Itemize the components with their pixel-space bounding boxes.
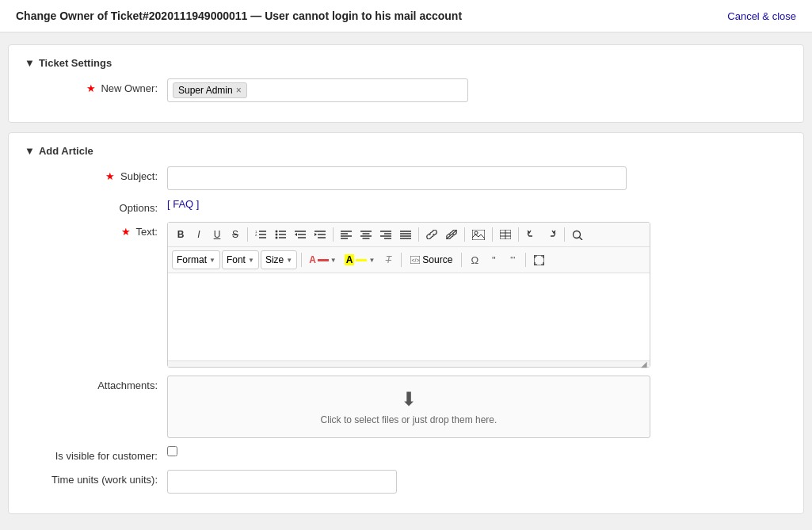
size-dropdown[interactable]: Size ▼: [261, 250, 297, 269]
editor-wrapper: B I U S 1.2.: [167, 222, 650, 368]
strikethrough-button[interactable]: S: [227, 226, 244, 243]
svg-marker-18: [315, 233, 317, 236]
cancel-close-button[interactable]: Cancel & close: [727, 10, 796, 22]
svg-text:2.: 2.: [255, 233, 257, 237]
attachments-row: Attachments: ⬇ Click to select files or …: [25, 376, 787, 438]
indent-decrease-button[interactable]: [291, 226, 310, 243]
toolbar-row2: Format ▼ Font ▼ Size ▼ A: [168, 247, 650, 273]
sep5: [492, 227, 493, 242]
justify-button[interactable]: [396, 226, 415, 243]
link-button[interactable]: [422, 226, 441, 243]
visible-control: [167, 446, 787, 459]
subject-label: ★ Subject:: [25, 166, 167, 182]
required-star: ★: [86, 82, 96, 94]
options-row: Options: [ FAQ ]: [25, 198, 787, 214]
options-label: Options:: [25, 198, 167, 214]
source-button[interactable]: </> Source: [406, 250, 457, 269]
special-char-button[interactable]: Ω: [466, 251, 483, 269]
undo-button[interactable]: [522, 226, 541, 243]
unordered-list-button[interactable]: [271, 226, 290, 243]
indent-increase-button[interactable]: [311, 226, 330, 243]
sep8: [301, 253, 302, 267]
upload-text: Click to select files or just drop them …: [180, 414, 638, 425]
attachments-dropzone[interactable]: ⬇ Click to select files or just drop the…: [167, 376, 650, 438]
table-button[interactable]: [496, 226, 515, 243]
subject-input[interactable]: [167, 166, 627, 190]
svg-point-42: [574, 231, 581, 238]
owner-tag: Super Admin ×: [173, 82, 247, 98]
unlink-button[interactable]: [442, 226, 461, 243]
underline-button[interactable]: U: [208, 226, 226, 243]
ordered-list-button[interactable]: 1.2.: [251, 226, 270, 243]
resize-handle-icon: ◢: [641, 360, 647, 368]
font-dropdown[interactable]: Font ▼: [222, 250, 259, 269]
format-dropdown[interactable]: Format ▼: [172, 250, 220, 269]
subject-row: ★ Subject:: [25, 166, 787, 190]
font-color-swatch: [318, 259, 329, 261]
faq-link[interactable]: [ FAQ ]: [167, 198, 199, 210]
editor-area[interactable]: [168, 273, 650, 360]
font-color-button[interactable]: A ▼: [306, 250, 340, 269]
svg-rect-36: [472, 230, 485, 240]
sep9: [401, 253, 402, 267]
attachments-label: Attachments:: [25, 376, 167, 391]
sep6: [518, 227, 519, 242]
new-owner-control: Super Admin ×: [167, 78, 787, 102]
toolbar-row1: B I U S 1.2.: [168, 223, 650, 247]
image-button[interactable]: [468, 226, 489, 243]
required-star-text: ★: [121, 226, 131, 238]
upload-icon: ⬇: [180, 388, 638, 410]
time-units-control: [167, 470, 787, 494]
align-center-button[interactable]: [356, 226, 376, 243]
align-left-button[interactable]: [337, 226, 356, 243]
svg-line-43: [580, 237, 583, 240]
sep7: [564, 227, 565, 242]
time-units-input[interactable]: [167, 470, 397, 494]
code-button[interactable]: "': [504, 251, 521, 269]
ticket-settings-section: ▼ Ticket Settings ★ New Owner: Super Adm…: [8, 44, 804, 123]
page-header: Change Owner of Ticket#2020111949000011 …: [0, 0, 812, 32]
sep11: [525, 253, 526, 267]
svg-rect-46: [534, 255, 544, 265]
editor-resize: ◢: [168, 360, 650, 367]
remove-owner-button[interactable]: ×: [236, 85, 242, 96]
owner-input-field[interactable]: Super Admin ×: [167, 78, 468, 102]
visible-checkbox[interactable]: [167, 446, 177, 456]
svg-point-8: [276, 231, 278, 233]
collapse-icon-article: ▼: [25, 145, 35, 157]
format-chevron: ▼: [209, 257, 215, 264]
text-label: ★ Text:: [25, 222, 167, 238]
redo-button[interactable]: [542, 226, 561, 243]
bold-button[interactable]: B: [172, 226, 189, 243]
blockquote-button[interactable]: ": [485, 251, 502, 269]
page-title: Change Owner of Ticket#2020111949000011 …: [16, 10, 462, 22]
sep10: [461, 253, 462, 267]
maximize-button[interactable]: [530, 251, 548, 269]
attachments-control: ⬇ Click to select files or just drop the…: [167, 376, 787, 438]
italic-button[interactable]: I: [190, 226, 208, 243]
sep1: [247, 227, 248, 242]
required-star-subject: ★: [105, 170, 115, 182]
sep2: [333, 227, 334, 242]
subject-control: [167, 166, 787, 190]
svg-point-9: [276, 234, 278, 236]
size-chevron: ▼: [286, 257, 292, 264]
options-control: [ FAQ ]: [167, 198, 787, 210]
svg-text:</>: </>: [412, 257, 420, 263]
svg-marker-14: [295, 233, 297, 236]
align-right-button[interactable]: [376, 226, 395, 243]
font-chevron: ▼: [248, 257, 254, 264]
text-row: ★ Text: B I U S 1.2.: [25, 222, 787, 368]
new-owner-row: ★ New Owner: Super Admin ×: [25, 78, 787, 102]
add-article-header[interactable]: ▼ Add Article: [25, 145, 787, 157]
time-units-row: Time units (work units):: [25, 470, 787, 494]
sep4: [464, 227, 465, 242]
ticket-settings-header[interactable]: ▼ Ticket Settings: [25, 57, 787, 69]
page-body: ▼ Ticket Settings ★ New Owner: Super Adm…: [0, 32, 812, 530]
svg-point-10: [276, 237, 278, 239]
find-button[interactable]: [568, 226, 587, 243]
clear-format-button[interactable]: T: [379, 251, 397, 269]
new-owner-label: ★ New Owner:: [25, 78, 167, 94]
bg-color-button[interactable]: A ▼: [341, 250, 379, 269]
visible-label: Is visible for customer:: [25, 446, 167, 462]
